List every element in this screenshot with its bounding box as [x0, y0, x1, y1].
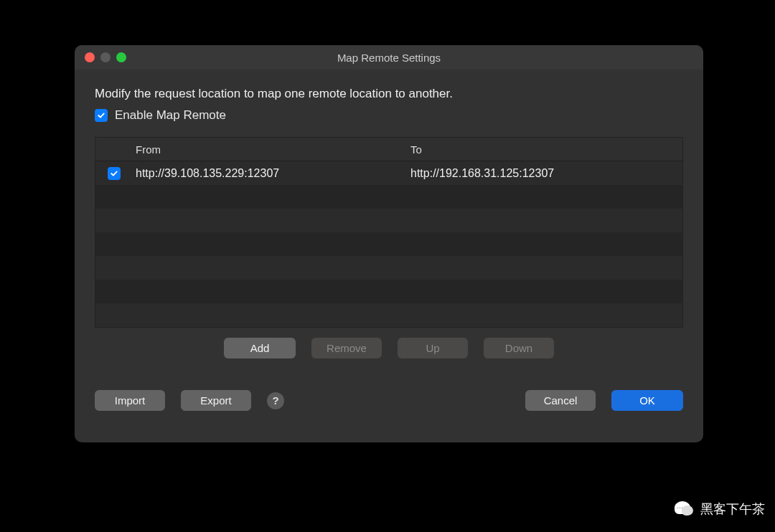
add-button[interactable]: Add [224, 338, 296, 358]
chat-bubble-icon: ··· [675, 501, 695, 517]
remove-button: Remove [311, 338, 382, 358]
table-row [95, 303, 682, 327]
dialog-content: Modify the request location to map one r… [75, 70, 703, 425]
watermark-text: 黑客下午茶 [700, 500, 765, 518]
enable-row[interactable]: Enable Map Remote [95, 108, 683, 123]
row-to: http://192.168.31.125:12307 [408, 167, 682, 180]
help-icon[interactable]: ? [267, 392, 284, 409]
checkmark-icon [97, 111, 105, 120]
row-checkbox-cell[interactable] [95, 167, 133, 180]
export-button[interactable]: Export [181, 390, 251, 411]
header-from[interactable]: From [133, 143, 408, 156]
cancel-button[interactable]: Cancel [525, 390, 596, 411]
up-button: Up [398, 338, 468, 358]
header-to[interactable]: To [408, 143, 682, 156]
bottom-actions: Import Export ? Cancel OK [95, 390, 683, 411]
zoom-icon[interactable] [116, 52, 126, 62]
mapping-table: From To http://39.108.135.229:12307http:… [95, 137, 683, 328]
import-button[interactable]: Import [95, 390, 165, 411]
table-row [95, 256, 682, 280]
window-title: Map Remote Settings [75, 52, 703, 64]
enable-checkbox[interactable] [95, 109, 108, 122]
traffic-lights [85, 52, 126, 62]
table-row [95, 209, 682, 232]
watermark: ··· 黑客下午茶 [675, 500, 765, 518]
titlebar: Map Remote Settings [75, 45, 703, 70]
close-icon[interactable] [85, 52, 95, 62]
checkmark-icon [110, 169, 118, 178]
table-row[interactable]: http://39.108.135.229:12307http://192.16… [95, 161, 682, 185]
table-body: http://39.108.135.229:12307http://192.16… [95, 161, 682, 327]
table-row [95, 280, 682, 303]
down-button: Down [484, 338, 554, 358]
enable-label: Enable Map Remote [115, 108, 226, 123]
row-checkbox[interactable] [108, 167, 121, 180]
row-from: http://39.108.135.229:12307 [133, 167, 408, 180]
dialog-window: Map Remote Settings Modify the request l… [75, 45, 703, 442]
table-row [95, 232, 682, 256]
table-actions: Add Remove Up Down [95, 338, 683, 358]
ok-button[interactable]: OK [611, 390, 683, 411]
description-text: Modify the request location to map one r… [95, 87, 683, 101]
table-row [95, 185, 682, 209]
minimize-icon [100, 52, 111, 62]
table-header-row: From To [95, 138, 682, 161]
